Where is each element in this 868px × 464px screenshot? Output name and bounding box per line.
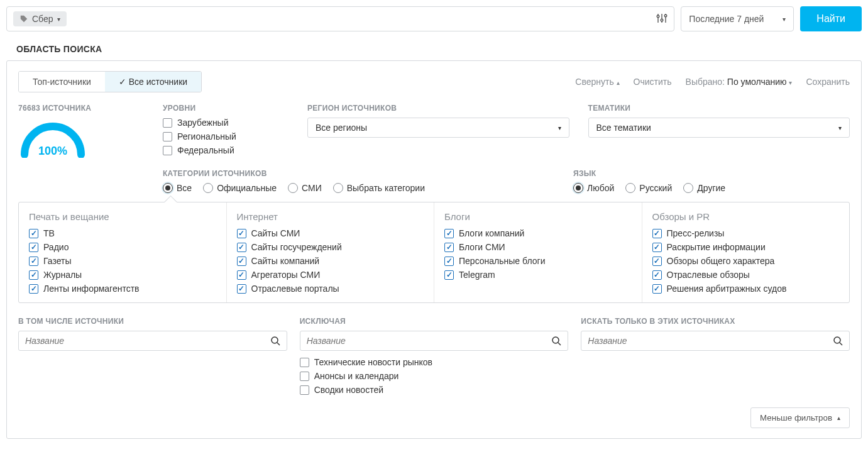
checkbox-icon: [237, 243, 246, 252]
cat-item[interactable]: Ленты информагентств: [29, 284, 216, 294]
cat-item[interactable]: Telegram: [444, 270, 632, 280]
cat-item[interactable]: Блоги СМИ: [444, 242, 632, 252]
cat-radio-official[interactable]: Официальные: [203, 183, 277, 193]
checkbox-icon: [444, 257, 454, 266]
radio-icon: [333, 183, 343, 193]
cat-item[interactable]: Газеты: [29, 256, 216, 266]
chevron-down-icon: ▾: [558, 124, 561, 131]
theme-select[interactable]: Все тематики ▾: [588, 118, 850, 138]
tag-icon: [19, 14, 28, 23]
lang-radio-ru[interactable]: Русский: [625, 183, 672, 193]
checkbox-icon: [444, 270, 454, 280]
checkbox-icon: [300, 358, 309, 367]
exclude-item[interactable]: Технические новости рынков: [300, 357, 569, 367]
cat-title: Печать и вещание: [29, 211, 216, 222]
svg-point-4: [661, 19, 664, 21]
clear-link[interactable]: Очистить: [634, 77, 672, 87]
less-filters-button[interactable]: Меньше фильтров ▴: [750, 407, 850, 428]
exclude-item[interactable]: Сводки новостей: [300, 385, 569, 395]
svg-point-10: [834, 337, 840, 343]
cat-radio-all[interactable]: Все: [163, 183, 192, 193]
cat-item[interactable]: Агрегаторы СМИ: [237, 270, 424, 280]
lang-radio-any[interactable]: Любой: [573, 183, 614, 193]
date-range-select[interactable]: Последние 7 дней ▾: [681, 6, 794, 31]
cat-item[interactable]: Раскрытие информации: [652, 242, 840, 252]
cat-col-print: Печать и вещание ТВ Радио Газеты Журналы…: [19, 202, 227, 302]
exclude-item[interactable]: Анонсы и календари: [300, 371, 569, 381]
cat-item[interactable]: Обзоры общего характера: [652, 256, 840, 266]
only-label: ИСКАТЬ ТОЛЬКО В ЭТИХ ИСТОЧНИКАХ: [581, 317, 850, 326]
checkbox-icon: [652, 270, 662, 280]
cat-title: Блоги: [444, 211, 632, 222]
cat-item[interactable]: Персональные блоги: [444, 256, 632, 266]
chevron-down-icon: ▾: [783, 16, 786, 23]
checkbox-icon: [29, 243, 38, 252]
chevron-down-icon: ▾: [57, 16, 60, 23]
date-range-label: Последние 7 дней: [689, 14, 764, 24]
selected-preset[interactable]: Выбрано: По умолчанию ▾: [686, 77, 793, 87]
source-tabs: Топ-источники Все источники: [18, 71, 202, 92]
checkbox-icon: [300, 385, 309, 395]
radio-icon: [163, 183, 173, 193]
region-label: РЕГИОН ИСТОЧНИКОВ: [307, 104, 569, 113]
save-link[interactable]: Сохранить: [806, 77, 850, 87]
level-federal[interactable]: Федеральный: [163, 145, 288, 155]
cat-radio-choose[interactable]: Выбрать категории: [333, 183, 425, 193]
search-icon: [270, 336, 280, 346]
level-regional[interactable]: Региональный: [163, 131, 288, 141]
checkbox-icon: [237, 257, 246, 266]
include-input[interactable]: [25, 336, 270, 346]
theme-label: ТЕМАТИКИ: [588, 104, 850, 113]
section-title: ОБЛАСТЬ ПОИСКА: [16, 44, 862, 54]
only-input[interactable]: [588, 336, 833, 346]
cat-item[interactable]: Сайты компаний: [237, 256, 424, 266]
cat-item[interactable]: Отраслевые обзоры: [652, 270, 840, 280]
checkbox-icon: [163, 118, 172, 128]
cat-col-internet: Интернет Сайты СМИ Сайты госучреждений С…: [227, 202, 435, 302]
cat-radio-smi[interactable]: СМИ: [288, 183, 322, 193]
checkbox-icon: [163, 132, 172, 141]
radio-icon: [203, 183, 213, 193]
checkbox-icon: [237, 284, 246, 294]
gauge: 100%: [18, 120, 87, 158]
cat-item[interactable]: Отраслевые порталы: [237, 284, 424, 294]
region-select[interactable]: Все регионы ▾: [307, 118, 569, 138]
cat-item[interactable]: Блоги компаний: [444, 228, 632, 238]
tab-top-sources[interactable]: Топ-источники: [19, 72, 105, 92]
checkbox-icon: [652, 243, 662, 252]
checkbox-icon: [163, 146, 172, 155]
search-button[interactable]: Найти: [800, 6, 862, 31]
exclude-input[interactable]: [307, 336, 552, 346]
radio-icon: [573, 183, 583, 193]
search-icon: [833, 336, 843, 346]
cat-title: Интернет: [237, 211, 424, 222]
cat-item[interactable]: Радио: [29, 242, 216, 252]
search-query-box[interactable]: Сбер ▾: [6, 6, 674, 31]
checkbox-icon: [444, 243, 454, 252]
tab-all-sources[interactable]: Все источники: [105, 72, 201, 92]
tag-label: Сбер: [32, 14, 53, 24]
radio-icon: [683, 183, 693, 193]
sliders-icon[interactable]: [656, 13, 667, 26]
lang-radio-other[interactable]: Другие: [683, 183, 725, 193]
svg-line-7: [277, 343, 280, 345]
cat-item[interactable]: Сайты госучреждений: [237, 242, 424, 252]
cat-item[interactable]: ТВ: [29, 228, 216, 238]
checkbox-icon: [29, 229, 38, 238]
query-tag[interactable]: Сбер ▾: [13, 11, 67, 26]
cat-item[interactable]: Решения арбитражных судов: [652, 284, 840, 294]
categories-box: Печать и вещание ТВ Радио Газеты Журналы…: [18, 202, 850, 303]
sources-count-label: 76683 ИСТОЧНИКА: [18, 104, 91, 113]
chevron-down-icon: ▾: [838, 124, 842, 131]
collapse-link[interactable]: Свернуть ▴: [575, 77, 619, 87]
levels-label: УРОВНИ: [163, 104, 288, 113]
checkbox-icon: [29, 270, 38, 280]
level-foreign[interactable]: Зарубежный: [163, 118, 288, 128]
checkbox-icon: [300, 372, 309, 381]
include-input-wrap: [18, 331, 287, 351]
cat-item[interactable]: Журналы: [29, 270, 216, 280]
cat-item[interactable]: Сайты СМИ: [237, 228, 424, 238]
checkbox-icon: [652, 257, 662, 266]
checkbox-icon: [652, 229, 662, 238]
cat-item[interactable]: Пресс-релизы: [652, 228, 840, 238]
